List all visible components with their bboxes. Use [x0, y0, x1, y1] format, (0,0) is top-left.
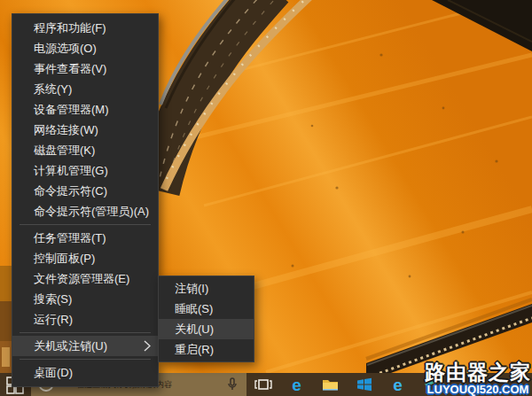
edge-browser-icon[interactable]: e	[287, 376, 306, 394]
menu-item-programs-features[interactable]: 程序和功能(F)	[12, 18, 158, 38]
menu-item-run[interactable]: 运行(R)	[12, 309, 158, 330]
menu-item-command-prompt[interactable]: 命令提示符(C)	[12, 181, 158, 201]
watermark-url: LUYOUQI520.COM	[425, 384, 531, 395]
submenu-item-restart[interactable]: 重启(R)	[159, 339, 254, 360]
task-view-button[interactable]	[254, 376, 272, 394]
watermark: 路由器之家 LUYOUQI520.COM	[425, 362, 531, 395]
menu-item-event-viewer[interactable]: 事件查看器(V)	[12, 58, 158, 79]
submenu-item-sign-out[interactable]: 注销(I)	[159, 278, 254, 299]
menu-separator	[20, 332, 151, 333]
bottom-left-structures	[0, 266, 12, 373]
menu-item-label: 关机或注销(U)	[34, 339, 107, 353]
menu-item-shutdown-signout[interactable]: 关机或注销(U)	[12, 336, 158, 356]
menu-item-desktop[interactable]: 桌面(D)	[12, 362, 158, 383]
submenu-item-shut-down[interactable]: 关机(U)	[159, 319, 254, 339]
menu-item-control-panel[interactable]: 控制面板(P)	[12, 248, 158, 268]
store-icon[interactable]	[355, 376, 373, 394]
menu-separator	[20, 359, 151, 360]
microphone-icon[interactable]	[227, 377, 238, 392]
menu-item-device-manager[interactable]: 设备管理器(M)	[12, 99, 158, 120]
menu-item-computer-management[interactable]: 计算机管理(G)	[12, 160, 158, 181]
menu-item-file-explorer[interactable]: 文件资源管理器(E)	[12, 268, 158, 289]
menu-item-command-prompt-admin[interactable]: 命令提示符(管理员)(A)	[12, 201, 158, 221]
menu-item-system[interactable]: 系统(Y)	[12, 79, 158, 99]
internet-explorer-icon[interactable]: e	[388, 376, 407, 394]
menu-item-power-options[interactable]: 电源选项(O)	[12, 38, 158, 58]
shutdown-submenu: 注销(I) 睡眠(S) 关机(U) 重启(R)	[158, 276, 254, 362]
file-explorer-icon[interactable]	[321, 376, 340, 394]
submenu-arrow-icon	[144, 340, 151, 352]
watermark-title: 路由器之家	[425, 362, 531, 383]
menu-item-task-manager[interactable]: 任务管理器(T)	[12, 228, 158, 248]
menu-item-disk-management[interactable]: 磁盘管理(K)	[12, 140, 158, 160]
menu-separator	[20, 224, 151, 225]
winx-menu: 程序和功能(F) 电源选项(O) 事件查看器(V) 系统(Y) 设备管理器(M)…	[12, 13, 159, 387]
submenu-item-sleep[interactable]: 睡眠(S)	[159, 299, 254, 319]
menu-item-network-connections[interactable]: 网络连接(W)	[12, 120, 158, 140]
taskbar-icons: e e	[254, 373, 441, 396]
menu-item-search[interactable]: 搜索(S)	[12, 289, 158, 309]
